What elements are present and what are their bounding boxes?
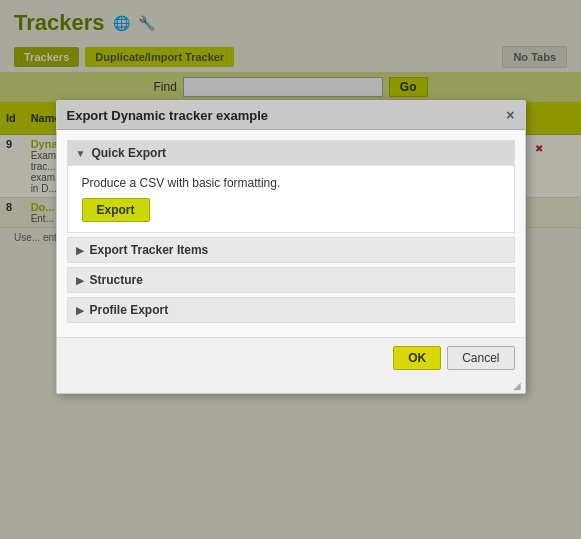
accordion-header-quick-export[interactable]: ▼ Quick Export <box>68 141 514 165</box>
accordion-arrow-export-items: ▶ <box>76 245 84 256</box>
accordion-profile-export: ▶ Profile Export <box>67 297 515 323</box>
accordion-arrow-structure: ▶ <box>76 275 84 286</box>
quick-export-description: Produce a CSV with basic formatting. <box>82 176 500 190</box>
modal-header: Export Dynamic tracker example × <box>57 101 525 130</box>
export-modal: Export Dynamic tracker example × ▼ Quick… <box>56 100 526 394</box>
accordion-header-export-items[interactable]: ▶ Export Tracker Items <box>68 238 514 262</box>
modal-footer: OK Cancel <box>57 337 525 378</box>
export-button[interactable]: Export <box>82 198 150 222</box>
accordion-label-profile-export: Profile Export <box>90 303 169 317</box>
accordion-quick-export: ▼ Quick Export Produce a CSV with basic … <box>67 140 515 233</box>
ok-button[interactable]: OK <box>393 346 441 370</box>
modal-resize-handle[interactable]: ◢ <box>57 378 525 393</box>
resize-icon: ◢ <box>513 380 521 391</box>
modal-close-button[interactable]: × <box>506 107 514 123</box>
accordion-content-quick-export: Produce a CSV with basic formatting. Exp… <box>68 165 514 232</box>
accordion-label-export-items: Export Tracker Items <box>90 243 209 257</box>
accordion-label-structure: Structure <box>90 273 143 287</box>
modal-body: ▼ Quick Export Produce a CSV with basic … <box>57 130 525 337</box>
cancel-button[interactable]: Cancel <box>447 346 514 370</box>
modal-overlay: Export Dynamic tracker example × ▼ Quick… <box>0 0 581 539</box>
accordion-label-quick-export: Quick Export <box>91 146 166 160</box>
accordion-arrow-profile-export: ▶ <box>76 305 84 316</box>
modal-title: Export Dynamic tracker example <box>67 108 269 123</box>
accordion-header-structure[interactable]: ▶ Structure <box>68 268 514 292</box>
accordion-arrow-quick-export: ▼ <box>76 148 86 159</box>
accordion-export-tracker-items: ▶ Export Tracker Items <box>67 237 515 263</box>
accordion-structure: ▶ Structure <box>67 267 515 293</box>
accordion-header-profile-export[interactable]: ▶ Profile Export <box>68 298 514 322</box>
